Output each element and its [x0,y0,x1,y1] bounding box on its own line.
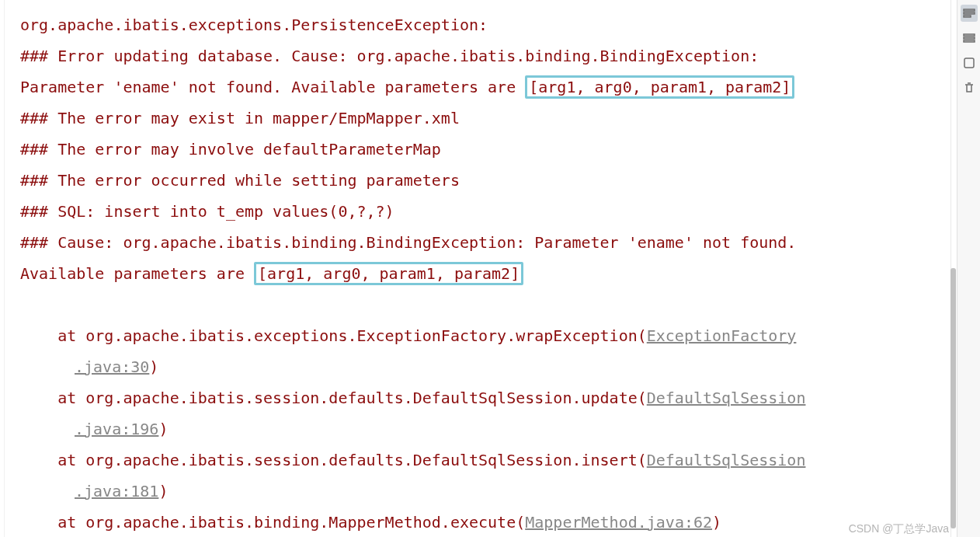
inspection-summary-icon[interactable] [961,5,978,22]
find-icon[interactable] [961,30,978,47]
svg-rect-6 [964,58,974,68]
exception-text: Parameter 'ename' not found. Available p… [20,78,525,96]
stack-trace-line: at org.apache.ibatis.binding.MapperMetho… [20,507,937,537]
source-link[interactable]: DefaultSqlSession [647,389,806,407]
highlight-box: [arg1, arg0, param1, param2] [525,75,794,99]
stack-trace-line: at org.apache.ibatis.exceptions.Exceptio… [20,320,937,382]
exception-line: Parameter 'ename' not found. Available p… [20,71,937,103]
vertical-scrollbar-thumb[interactable] [950,268,956,528]
exception-line: ### The error occurred while setting par… [20,165,937,196]
source-link[interactable]: DefaultSqlSession [647,451,806,469]
source-link[interactable]: .java:181 [75,482,158,500]
source-link[interactable]: .java:30 [75,357,149,376]
exception-line: org.apache.ibatis.exceptions.Persistence… [20,9,937,40]
stack-after: ) [158,482,168,500]
stack-at-text: at org.apache.ibatis.session.defaults.De… [20,389,647,407]
source-link[interactable]: ExceptionFactory [647,326,797,345]
source-link[interactable]: .java:196 [75,420,158,438]
stack-at-text: at org.apache.ibatis.exceptions.Exceptio… [20,326,647,345]
svg-rect-2 [964,16,971,17]
highlight-box: [arg1, arg0, param1, param2] [254,262,523,285]
exception-text: Available parameters are [20,264,254,283]
svg-rect-0 [964,9,975,11]
stack-wrap-line: .java:181) [20,476,937,507]
blank-line [20,289,937,320]
stack-at-text: at org.apache.ibatis.binding.MapperMetho… [20,513,525,532]
exception-line: ### The error may exist in mapper/EmpMap… [20,103,937,134]
trash-icon[interactable] [961,79,978,96]
exception-line: ### Cause: org.apache.ibatis.binding.Bin… [20,227,937,258]
stack-wrap-line: .java:30) [20,351,937,382]
exception-line: ### The error may involve defaultParamet… [20,134,937,165]
stack-after: ) [712,513,721,532]
stack-wrap-line: .java:196) [20,413,937,445]
exception-line: Available parameters are [arg1, arg0, pa… [20,258,937,289]
console-output-area: org.apache.ibatis.exceptions.Persistence… [4,0,951,537]
svg-rect-3 [964,34,975,36]
editor-gutter [957,0,980,537]
source-link[interactable]: MapperMethod.java:62 [525,513,712,532]
stack-at-text: at org.apache.ibatis.session.defaults.De… [20,451,647,469]
svg-rect-4 [964,37,975,39]
wrap-icon[interactable] [961,54,978,71]
exception-line: ### Error updating database. Cause: org.… [20,40,937,71]
stack-trace-line: at org.apache.ibatis.session.defaults.De… [20,445,937,507]
stack-after: ) [149,357,158,376]
svg-rect-5 [964,40,975,42]
exception-line: ### SQL: insert into t_emp values(0,?,?) [20,196,937,227]
csdn-watermark: CSDN @丁总学Java [849,523,949,534]
stack-trace-line: at org.apache.ibatis.session.defaults.De… [20,382,937,445]
svg-rect-1 [964,12,975,14]
stack-after: ) [158,420,168,438]
